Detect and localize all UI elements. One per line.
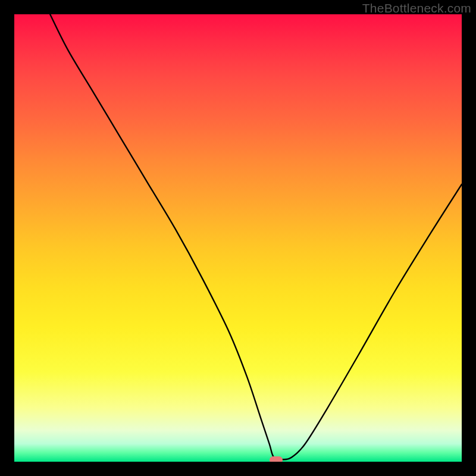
bottleneck-curve — [14, 14, 462, 462]
optimal-marker — [270, 456, 283, 462]
watermark-label: TheBottleneck.com — [362, 1, 471, 15]
plot-area — [14, 14, 462, 462]
chart-frame: TheBottleneck.com — [0, 0, 476, 476]
